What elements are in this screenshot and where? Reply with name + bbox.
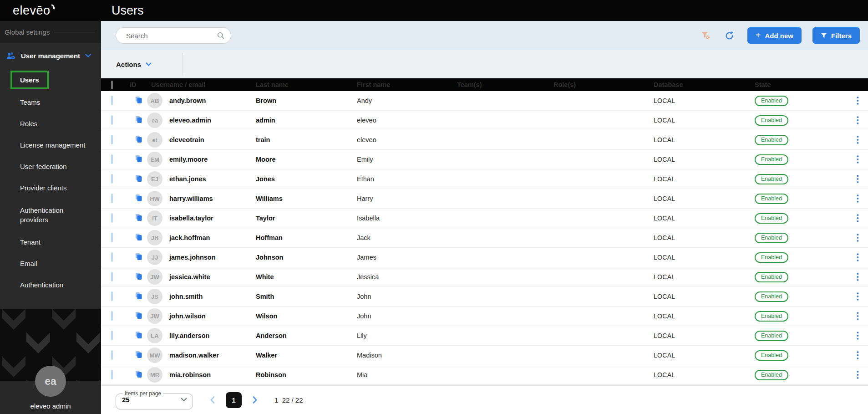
row-menu-kebab-icon[interactable] <box>855 212 861 224</box>
row-menu-kebab-icon[interactable] <box>855 349 861 361</box>
clear-filters-icon[interactable] <box>698 28 714 43</box>
row-checkbox[interactable] <box>111 194 113 203</box>
copy-id-icon[interactable] <box>135 116 142 123</box>
row-checkbox[interactable] <box>111 115 113 125</box>
header-last-name: Last name <box>252 81 353 88</box>
row-menu-kebab-icon[interactable] <box>855 114 861 126</box>
row-menu-kebab-icon[interactable] <box>855 310 861 322</box>
table-row[interactable]: MR mia.robinson Robinson Mia LOCAL Enabl… <box>101 365 868 385</box>
table-row[interactable]: ea eleveo.admin admin eleveo LOCAL Enabl… <box>101 111 868 130</box>
sidebar-item-authentication[interactable]: Authentication <box>0 274 101 296</box>
copy-id-icon[interactable] <box>135 370 142 378</box>
row-checkbox[interactable] <box>111 272 113 281</box>
next-page-button[interactable] <box>248 393 262 407</box>
table-row[interactable]: HW harry.williams Williams Harry LOCAL E… <box>101 189 868 209</box>
sidebar-item-user-federation[interactable]: User federation <box>0 156 101 177</box>
sidebar-item-users[interactable]: Users <box>0 68 101 92</box>
sidebar-item-teams[interactable]: Teams <box>0 92 101 113</box>
first-name: eleveo <box>353 117 453 124</box>
row-menu-kebab-icon[interactable] <box>855 251 861 263</box>
avatar: LA <box>147 328 162 343</box>
table-row[interactable]: JJ james.johnson Johnson James LOCAL Ena… <box>101 248 868 267</box>
row-menu-kebab-icon[interactable] <box>855 173 861 185</box>
sidebar-item-roles[interactable]: Roles <box>0 113 101 134</box>
sidebar-item-email[interactable]: Email <box>0 253 101 274</box>
row-menu-kebab-icon[interactable] <box>855 193 861 204</box>
row-checkbox[interactable] <box>111 213 113 223</box>
items-per-page-select[interactable]: Items per page 25 <box>116 390 193 409</box>
row-checkbox[interactable] <box>111 350 113 360</box>
sidebar-item-authentication-providers[interactable]: Authentication providers <box>0 199 101 231</box>
copy-id-icon[interactable] <box>135 253 142 261</box>
copy-id-icon[interactable] <box>135 233 142 241</box>
row-checkbox[interactable] <box>111 96 113 105</box>
row-menu-kebab-icon[interactable] <box>855 153 861 165</box>
row-menu-kebab-icon[interactable] <box>855 330 861 342</box>
search-input[interactable] <box>126 32 217 40</box>
row-menu-kebab-icon[interactable] <box>855 291 861 302</box>
copy-id-icon[interactable] <box>135 96 142 104</box>
row-menu-kebab-icon[interactable] <box>855 95 861 107</box>
last-name: Brown <box>252 97 353 104</box>
refresh-icon[interactable] <box>722 28 737 43</box>
row-checkbox[interactable] <box>111 291 113 301</box>
actions-dropdown[interactable]: Actions <box>116 61 152 68</box>
table-row[interactable]: AB andy.brown Brown Andy LOCAL Enabled <box>101 91 868 111</box>
copy-id-icon[interactable] <box>135 292 142 300</box>
select-all-checkbox[interactable] <box>111 81 113 89</box>
table-row[interactable]: JW jessica.white White Jessica LOCAL Ena… <box>101 267 868 287</box>
sidebar-item-license-management[interactable]: License management <box>0 134 101 156</box>
add-new-button[interactable]: + Add new <box>747 27 802 44</box>
last-name: Smith <box>252 293 353 300</box>
copy-id-icon[interactable] <box>135 214 142 221</box>
row-menu-kebab-icon[interactable] <box>855 232 861 244</box>
first-name: John <box>353 293 453 300</box>
row-menu-kebab-icon[interactable] <box>855 134 861 146</box>
table-row[interactable]: EM emily.moore Moore Emily LOCAL Enabled <box>101 150 868 169</box>
table-row[interactable]: JH jack.hoffman Hoffman Jack LOCAL Enabl… <box>101 228 868 248</box>
avatar: AB <box>147 93 162 108</box>
row-checkbox[interactable] <box>111 331 113 340</box>
table-row[interactable]: MW madison.walker Walker Madison LOCAL E… <box>101 346 868 365</box>
copy-id-icon[interactable] <box>135 174 142 182</box>
copy-id-icon[interactable] <box>135 135 142 143</box>
row-checkbox[interactable] <box>111 233 113 242</box>
table-row[interactable]: LA lily.anderson Anderson Lily LOCAL Ena… <box>101 326 868 346</box>
row-checkbox[interactable] <box>111 370 113 379</box>
user-profile[interactable]: ea eleveo admin <box>0 381 101 414</box>
copy-id-icon[interactable] <box>135 272 142 280</box>
sidebar-item-tenant[interactable]: Tenant <box>0 231 101 253</box>
row-checkbox[interactable] <box>111 174 113 184</box>
previous-page-button[interactable] <box>206 393 219 407</box>
current-page-indicator[interactable]: 1 <box>226 392 242 408</box>
table-row[interactable]: et eleveotrain train eleveo LOCAL Enable… <box>101 130 868 150</box>
main-content: + Add new Filters Actions ID Username / … <box>101 21 868 414</box>
row-menu-kebab-icon[interactable] <box>855 369 861 381</box>
table-row[interactable]: IT isabella.taylor Taylor Isabella LOCAL… <box>101 209 868 228</box>
copy-id-icon[interactable] <box>135 351 142 358</box>
table-row[interactable]: EJ ethan.jones Jones Ethan LOCAL Enabled <box>101 169 868 189</box>
logo-hook-mark <box>51 4 56 10</box>
first-name: John <box>353 312 453 320</box>
database: LOCAL <box>650 352 751 359</box>
row-checkbox[interactable] <box>111 135 113 144</box>
copy-id-icon[interactable] <box>135 312 142 319</box>
actions-label: Actions <box>116 61 141 68</box>
table-row[interactable]: JS john.smith Smith John LOCAL Enabled <box>101 287 868 307</box>
sidebar: Global settings User management Users Te… <box>0 21 101 414</box>
copy-id-icon[interactable] <box>135 194 142 202</box>
row-menu-kebab-icon[interactable] <box>855 271 861 283</box>
row-checkbox[interactable] <box>111 311 113 321</box>
row-checkbox[interactable] <box>111 154 113 164</box>
sidebar-group-user-management[interactable]: User management <box>0 43 101 68</box>
username-email: isabella.taylor <box>169 215 213 222</box>
status-badge: Enabled <box>755 213 788 224</box>
sidebar-item-provider-clients[interactable]: Provider clients <box>0 177 101 199</box>
copy-id-icon[interactable] <box>135 331 142 339</box>
table-row[interactable]: JW john.wilson Wilson John LOCAL Enabled <box>101 307 868 326</box>
profile-avatar[interactable]: ea <box>35 366 66 397</box>
filters-button[interactable]: Filters <box>812 27 860 44</box>
first-name: Jessica <box>353 273 453 281</box>
copy-id-icon[interactable] <box>135 155 142 163</box>
row-checkbox[interactable] <box>111 252 113 262</box>
